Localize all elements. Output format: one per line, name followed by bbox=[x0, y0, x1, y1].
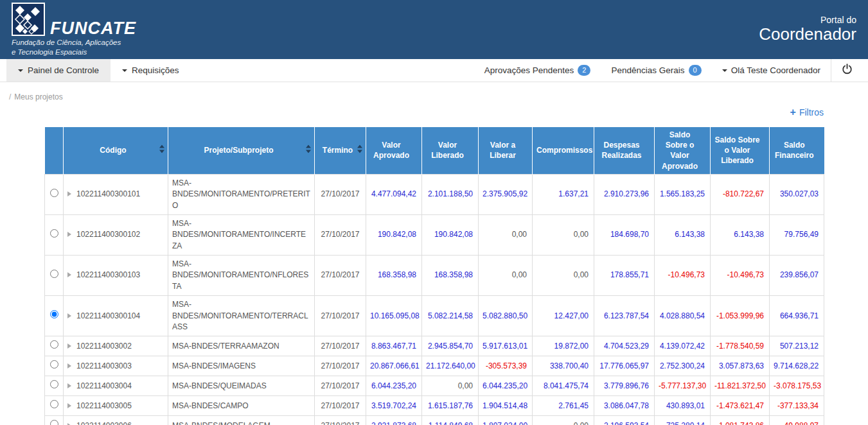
row-value-cell: 3.057.873,63 bbox=[711, 356, 770, 376]
row-value-cell: -1.053.999,96 bbox=[711, 296, 770, 336]
row-value-cell: 0,00 bbox=[479, 256, 533, 296]
row-select-radio[interactable] bbox=[50, 400, 58, 408]
row-select-cell bbox=[45, 174, 64, 214]
row-code: 102211400300101 bbox=[76, 189, 140, 198]
col-header-saldo-sobre-o-valor-liberado: Saldo Sobre o Valor Liberado bbox=[711, 127, 770, 174]
table-row: 102211400300103MSA-BNDES/MONITORAMENTO/N… bbox=[45, 256, 824, 296]
row-value-cell: 2.910.273,96 bbox=[594, 174, 655, 214]
row-value-cell: 8.041.475,74 bbox=[533, 376, 594, 396]
sort-icon[interactable] bbox=[159, 145, 164, 156]
row-select-cell bbox=[45, 336, 64, 356]
row-value-cell: 190.842,08 bbox=[422, 214, 479, 255]
row-value-cell: 2.945.854,70 bbox=[422, 336, 479, 356]
logout-button[interactable] bbox=[831, 59, 863, 82]
col-header-label: Despesas Realizadas bbox=[601, 141, 641, 160]
row-end-date-cell: 27/10/2017 bbox=[315, 296, 366, 336]
expand-caret-icon[interactable] bbox=[67, 272, 71, 277]
nav-link-pend-ncias-gerais[interactable]: Pendências Gerais0 bbox=[601, 59, 711, 82]
row-select-cell bbox=[45, 396, 64, 416]
row-value-cell: 8.863.467,71 bbox=[366, 336, 422, 356]
row-value-cell: 1.637,21 bbox=[533, 174, 594, 214]
row-select-radio[interactable] bbox=[50, 360, 58, 369]
expand-caret-icon[interactable] bbox=[67, 191, 71, 196]
main-content: /Meus projetos + Filtros CódigoProjeto/S… bbox=[0, 82, 868, 425]
col-header-label: Saldo Financeiro bbox=[775, 141, 814, 160]
user-menu[interactable]: Olá Teste Coordenador bbox=[712, 59, 831, 82]
nav-right: Aprovações Pendentes2Pendências Gerais0 … bbox=[474, 59, 868, 82]
col-header-compromissos: Compromissos bbox=[533, 127, 594, 174]
row-value-cell: -1.778.540,59 bbox=[711, 336, 770, 356]
col-header-c-digo[interactable]: Código bbox=[64, 127, 168, 174]
row-value-cell: 10.165.095,08 bbox=[366, 296, 422, 336]
col-header-t-rmino[interactable]: Término bbox=[315, 127, 366, 174]
row-value-cell: 239.856,07 bbox=[770, 256, 824, 296]
row-value-cell: -11.821.372,50 bbox=[711, 376, 770, 396]
nav-link-aprova-es-pendentes[interactable]: Aprovações Pendentes2 bbox=[474, 59, 601, 82]
count-badge: 2 bbox=[578, 65, 590, 76]
row-value-cell: 4.704.523,29 bbox=[594, 336, 655, 356]
count-badge: 0 bbox=[689, 65, 702, 76]
row-end-date-cell: 27/10/2017 bbox=[315, 336, 366, 356]
row-value-cell: -1.081.743,86 bbox=[711, 416, 770, 425]
expand-caret-icon[interactable] bbox=[67, 232, 71, 237]
projects-table-wrap: CódigoProjeto/SubprojetoTérminoValor Apr… bbox=[44, 127, 824, 425]
row-select-cell bbox=[45, 256, 64, 296]
col-header-label: Término bbox=[323, 146, 353, 155]
row-project-cell: MSA-BNDES/MODELAGEM bbox=[168, 416, 315, 425]
row-select-radio[interactable] bbox=[50, 270, 58, 278]
row-value-cell: 0,00 bbox=[422, 376, 479, 396]
row-select-radio[interactable] bbox=[50, 229, 58, 238]
row-value-cell: 1.565.183,25 bbox=[655, 174, 711, 214]
row-value-cell: 0,00 bbox=[479, 214, 533, 255]
row-value-cell: -49.988,97 bbox=[770, 416, 824, 425]
sort-icon[interactable] bbox=[357, 145, 362, 156]
row-end-date-cell: 27/10/2017 bbox=[315, 396, 366, 416]
col-header-select bbox=[45, 127, 64, 174]
col-header-projeto-subprojeto[interactable]: Projeto/Subprojeto bbox=[168, 127, 315, 174]
expand-caret-icon[interactable] bbox=[67, 363, 71, 369]
row-value-cell: 178.855,71 bbox=[594, 256, 655, 296]
nav-link-label: Pendências Gerais bbox=[611, 65, 684, 75]
tab-requisi-es[interactable]: Requisições bbox=[111, 59, 191, 82]
row-select-radio[interactable] bbox=[50, 380, 58, 388]
tab-painel-de-controle[interactable]: Painel de Controle bbox=[6, 59, 111, 82]
power-icon bbox=[842, 64, 853, 77]
row-code: 1022114003002 bbox=[76, 342, 132, 351]
row-end-date-cell: 27/10/2017 bbox=[315, 416, 366, 425]
row-value-cell: 21.172.640,00 bbox=[422, 356, 479, 376]
table-body: 102211400300101MSA-BNDES/MONITORAMENTO/P… bbox=[45, 174, 824, 425]
expand-caret-icon[interactable] bbox=[67, 343, 71, 349]
row-code-cell: 102211400300104 bbox=[64, 296, 168, 336]
row-value-cell: 0,00 bbox=[533, 256, 594, 296]
row-project-cell: MSA-BNDES/IMAGENS bbox=[168, 356, 315, 376]
sort-icon[interactable] bbox=[306, 145, 311, 156]
row-value-cell: 0,00 bbox=[533, 416, 594, 425]
expand-caret-icon[interactable] bbox=[67, 313, 71, 318]
col-header-valor-a-liberar: Valor a Liberar bbox=[479, 127, 533, 174]
breadcrumb-current[interactable]: Meus projetos bbox=[14, 92, 62, 101]
expand-caret-icon[interactable] bbox=[67, 403, 71, 408]
row-project-cell: MSA-BNDES/CAMPO bbox=[168, 396, 315, 416]
row-value-cell: 3.779.896,76 bbox=[594, 376, 655, 396]
table-header-row: CódigoProjeto/SubprojetoTérminoValor Apr… bbox=[45, 127, 824, 174]
col-header-label: Valor a Liberar bbox=[490, 141, 516, 160]
tab-label: Painel de Controle bbox=[28, 65, 99, 75]
row-select-radio[interactable] bbox=[50, 310, 58, 318]
row-select-radio[interactable] bbox=[50, 189, 58, 197]
row-value-cell: 725.280,14 bbox=[655, 416, 711, 425]
row-value-cell: 4.028.880,54 bbox=[655, 296, 711, 336]
row-value-cell: 5.082.880,50 bbox=[479, 296, 533, 336]
row-value-cell: 190.842,08 bbox=[366, 214, 422, 255]
table-row: 1022114003002MSA-BNDES/TERRAAMAZON27/10/… bbox=[45, 336, 824, 356]
row-code: 1022114003006 bbox=[76, 421, 132, 425]
row-select-cell bbox=[45, 376, 64, 396]
filters-button[interactable]: + Filtros bbox=[790, 107, 824, 117]
row-value-cell: 12.427,00 bbox=[533, 296, 594, 336]
row-code: 1022114003005 bbox=[76, 401, 132, 410]
row-value-cell: 3.519.702,24 bbox=[366, 396, 422, 416]
row-select-radio[interactable] bbox=[50, 340, 58, 349]
row-select-cell bbox=[45, 296, 64, 336]
row-value-cell: 168.358,98 bbox=[422, 256, 479, 296]
expand-caret-icon[interactable] bbox=[67, 383, 71, 388]
row-select-radio[interactable] bbox=[50, 420, 58, 425]
